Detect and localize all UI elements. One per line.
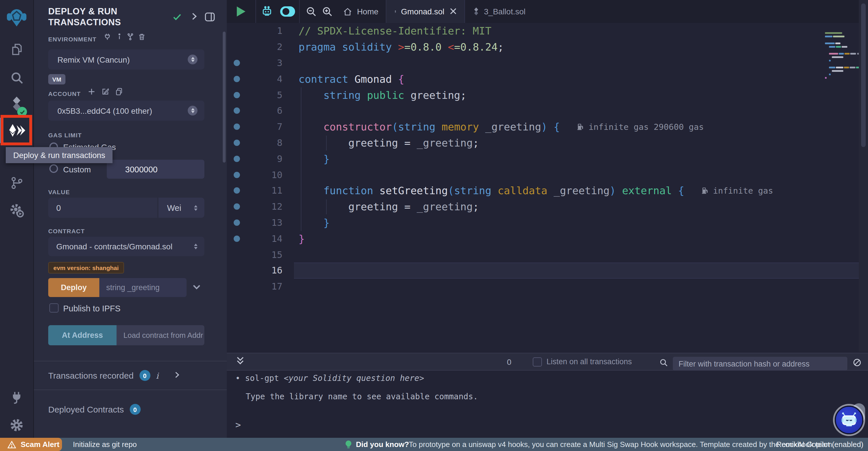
code-text[interactable]: function setGreeting(string calldata _gr…	[299, 185, 773, 197]
code-text[interactable]: string public greeting;	[299, 89, 466, 101]
account-add-icon[interactable]	[87, 87, 96, 98]
at-address-input[interactable]	[117, 325, 205, 345]
minimap-line	[842, 46, 847, 48]
terminal-prompt[interactable]: >	[236, 419, 241, 430]
breakpoint-dot[interactable]	[227, 220, 246, 226]
account-sign-icon[interactable]	[101, 87, 110, 98]
ai-assistant-icon[interactable]	[258, 0, 276, 23]
deploy-expand-icon[interactable]	[192, 282, 202, 294]
minimap-line	[829, 46, 835, 48]
remix-logo-icon[interactable]	[0, 5, 33, 30]
tab-3-ballot-sol[interactable]: 3_Ballot.sol	[465, 0, 534, 23]
custom-gas-input[interactable]	[107, 160, 205, 179]
line-number: 12	[246, 201, 282, 212]
value-unit-select[interactable]: Wei	[158, 198, 205, 218]
env-info-icon[interactable]	[115, 33, 123, 43]
env-fork-icon[interactable]	[126, 33, 134, 43]
deployed-contracts-row[interactable]: Deployed Contracts 0	[48, 404, 141, 415]
close-tab-icon[interactable]	[450, 7, 456, 16]
breakpoint-dot[interactable]	[227, 235, 246, 242]
terminal-collapse-icon[interactable]	[236, 356, 245, 367]
value-input[interactable]	[48, 198, 157, 218]
breakpoint-dot[interactable]	[227, 156, 246, 162]
line-number: 11	[246, 185, 282, 196]
minimap[interactable]	[825, 23, 864, 351]
transactions-info-icon[interactable]: i	[156, 371, 158, 380]
account-select[interactable]: 0x5B3...eddC4 (100 ether)	[48, 101, 205, 121]
code-line: 10	[227, 167, 868, 183]
vm-badge: VM	[48, 74, 65, 84]
account-value: 0x5B3...eddC4 (100 ether)	[57, 106, 188, 115]
code-line: 9 }	[227, 151, 868, 167]
code-text[interactable]: // SPDX-License-Identifier: MIT	[299, 25, 491, 37]
terminal-search-icon[interactable]	[659, 358, 668, 369]
deploy-run-icon[interactable]	[1, 115, 32, 145]
code-text[interactable]: greeting = _greeting;	[299, 137, 479, 149]
deploy-param-input[interactable]	[99, 278, 187, 297]
code-text[interactable]: pragma solidity >=0.8.0 <=0.8.24;	[299, 41, 504, 53]
tab-home[interactable]: Home	[336, 0, 385, 23]
breakpoint-dot[interactable]	[227, 140, 246, 146]
breakpoint-dot[interactable]	[227, 171, 246, 178]
code-text[interactable]: constructor(string memory _greeting) {in…	[299, 121, 704, 133]
copilot-status[interactable]: RemixAI Copilot (enabled)	[776, 440, 863, 449]
plugin-manager-icon[interactable]	[0, 386, 33, 409]
publish-ipfs-checkbox[interactable]	[50, 303, 59, 313]
transactions-recorded-label: Transactions recorded	[48, 371, 133, 380]
breakpoint-dot[interactable]	[227, 123, 246, 130]
listen-all-checkbox[interactable]	[533, 357, 542, 367]
value-label: VALUE	[48, 189, 70, 195]
solidity-compiler-icon[interactable]	[0, 93, 33, 116]
scam-alert-button[interactable]: Scam Alert	[0, 438, 62, 451]
git-init-button[interactable]: Initialize as git repo	[73, 440, 137, 449]
code-text[interactable]: }	[299, 217, 330, 229]
panel-expand-icon[interactable]	[190, 12, 198, 23]
breakpoint-dot[interactable]	[227, 92, 246, 98]
line-number: 4	[246, 74, 282, 84]
minimap-line	[829, 67, 835, 68]
zoom-in-icon[interactable]	[319, 0, 336, 23]
transactions-expand-icon[interactable]	[174, 370, 181, 380]
breakpoint-dot[interactable]	[227, 203, 246, 210]
panel-layout-icon[interactable]	[205, 12, 215, 24]
code-area[interactable]: 1// SPDX-License-Identifier: MIT2pragma …	[227, 23, 868, 294]
breakpoint-dot[interactable]	[227, 188, 246, 194]
tab-gmonad-sol[interactable]: Gmonad.sol	[386, 0, 465, 23]
scrollbar-thumb[interactable]	[861, 3, 866, 147]
git-icon[interactable]	[0, 171, 33, 194]
settings-gear-icon[interactable]	[0, 414, 33, 436]
search-icon[interactable]	[0, 66, 33, 89]
at-address-button[interactable]: At Address	[48, 325, 117, 345]
code-line: 5 string public greeting;	[227, 87, 868, 103]
copilot-toggle-icon[interactable]	[277, 0, 298, 23]
run-script-button[interactable]	[227, 0, 255, 23]
code-text[interactable]: contract Gmonad {	[299, 73, 404, 85]
environment-select[interactable]: Remix VM (Cancun)	[48, 49, 205, 69]
script-runner-icon[interactable]	[0, 199, 33, 222]
breakpoint-dot[interactable]	[227, 76, 246, 82]
transactions-recorded-row[interactable]: Transactions recorded 0 i	[48, 370, 181, 381]
code-text[interactable]: greeting = _greeting;	[299, 200, 479, 213]
editor-scrollbar[interactable]	[859, 0, 868, 351]
breakpoint-dot[interactable]	[227, 60, 246, 66]
code-line: 15	[227, 247, 868, 262]
clear-console-icon[interactable]	[852, 358, 862, 369]
value-unit: Wei	[167, 203, 181, 212]
minimap-line	[832, 70, 843, 72]
account-copy-icon[interactable]	[115, 87, 123, 98]
code-text[interactable]: }	[299, 153, 330, 165]
panel-scrollbar[interactable]	[223, 32, 226, 163]
line-number: 10	[246, 169, 282, 180]
env-delete-icon[interactable]	[138, 33, 146, 43]
deploy-button[interactable]: Deploy	[48, 278, 99, 297]
line-number: 16	[246, 265, 282, 276]
breakpoint-dot[interactable]	[227, 108, 246, 114]
code-text[interactable]: }	[299, 233, 305, 245]
remix-ai-assistant-button[interactable]	[835, 405, 863, 434]
file-explorer-icon[interactable]	[0, 38, 33, 61]
contract-select[interactable]: Gmonad - contracts/Gmonad.sol	[48, 237, 205, 256]
zoom-out-icon[interactable]	[303, 0, 320, 23]
env-plug-icon[interactable]	[103, 33, 112, 43]
transaction-filter-input[interactable]	[673, 357, 847, 371]
custom-gas-radio[interactable]	[50, 164, 58, 173]
